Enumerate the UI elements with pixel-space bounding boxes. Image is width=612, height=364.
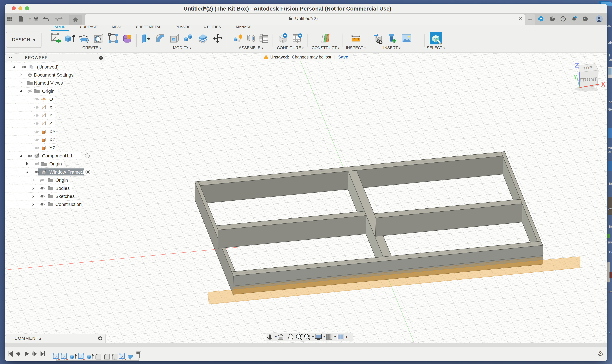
svg-text:FRONT: FRONT [580, 76, 597, 83]
svg-text:TOP: TOP [583, 65, 593, 70]
svg-text:X: X [601, 80, 605, 88]
svg-text:Y: Y [573, 74, 577, 80]
svg-text:Z: Z [575, 62, 579, 69]
svg-text:?: ? [584, 17, 586, 21]
